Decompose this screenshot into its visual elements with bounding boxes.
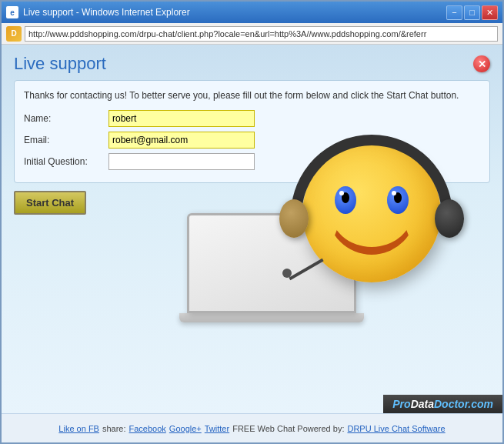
footer: Like on FB share: Facebook Google+ Twitt…: [2, 413, 502, 442]
name-row: Name:: [24, 110, 480, 127]
content-area: Live support ✕ Thanks for contacting us!…: [2, 45, 502, 413]
laptop-base: [179, 313, 364, 322]
address-input[interactable]: [25, 26, 498, 42]
googleplus-link[interactable]: Google+: [169, 424, 202, 433]
live-support-header: Live support ✕: [2, 45, 502, 80]
badge-doctor: Doctor.com: [434, 398, 493, 410]
headphone-left: [279, 199, 309, 238]
name-label: Name:: [24, 113, 108, 124]
drpu-link[interactable]: DRPU Live Chat Software: [347, 424, 445, 433]
smile: [327, 210, 416, 255]
emoji-character: [302, 144, 456, 298]
browser-window: e Live support - Windows Internet Explor…: [0, 0, 504, 444]
window-controls: − □ ✕: [446, 5, 498, 20]
headphone-band: [291, 135, 452, 219]
free-chat-text: FREE Web Chat Powered by:: [232, 424, 344, 433]
address-icon: D: [6, 26, 22, 42]
window-title: Live support - Windows Internet Explorer: [23, 7, 446, 18]
form-intro-text: Thanks for contacting us! To better serv…: [24, 88, 480, 102]
like-on-fb-link[interactable]: Like on FB: [58, 424, 99, 433]
title-bar: e Live support - Windows Internet Explor…: [2, 2, 502, 23]
page-title: Live support: [14, 54, 106, 74]
browser-icon: e: [6, 6, 18, 18]
start-chat-button[interactable]: Start Chat: [14, 191, 86, 215]
share-text: share:: [102, 424, 126, 433]
mic-head: [282, 269, 292, 278]
email-label: Email:: [24, 135, 108, 145]
badge-pro: Pro: [392, 398, 410, 410]
address-bar: D: [2, 23, 502, 45]
window-close-button[interactable]: ✕: [482, 5, 498, 20]
badge-data: Data: [411, 398, 434, 410]
headphone-right: [435, 199, 464, 238]
pro-data-doctor-badge: ProDataDoctor.com: [383, 395, 502, 413]
emoji-body: [302, 144, 441, 282]
name-input[interactable]: [108, 110, 255, 127]
illustration: [156, 144, 502, 390]
close-panel-button[interactable]: ✕: [473, 55, 490, 72]
facebook-link[interactable]: Facebook: [129, 424, 166, 433]
twitter-link[interactable]: Twitter: [205, 424, 229, 433]
question-label: Initial Question:: [24, 156, 108, 167]
restore-button[interactable]: □: [464, 5, 480, 20]
minimize-button[interactable]: −: [446, 5, 462, 20]
